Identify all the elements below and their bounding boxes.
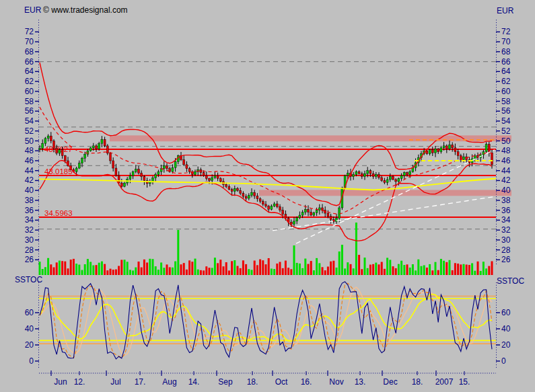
- candle-body: [231, 190, 233, 192]
- volume-bar: [468, 265, 470, 275]
- candle-body: [299, 215, 301, 218]
- right-axis-tick-label: 42: [501, 175, 511, 185]
- time-axis-label: Sep: [218, 377, 233, 387]
- volume-bar: [378, 264, 380, 275]
- candle-body: [308, 209, 310, 212]
- right-axis-tick-label: 66: [501, 57, 511, 67]
- volume-bar: [112, 270, 114, 275]
- volume-bar: [415, 270, 417, 275]
- left-axis-tick-label: 42: [25, 175, 34, 185]
- candle-body: [296, 218, 298, 221]
- volume-bar: [149, 259, 151, 275]
- candle-body: [110, 153, 112, 161]
- volume-bar: [135, 268, 137, 275]
- right-axis-tick-label: 32: [501, 225, 511, 235]
- candle-body: [403, 173, 405, 175]
- candle-body: [56, 149, 58, 153]
- candle-body: [313, 212, 315, 215]
- candle-body: [491, 153, 493, 165]
- candle-body: [242, 194, 244, 196]
- candle-body: [372, 173, 374, 176]
- volume-bar: [327, 266, 329, 275]
- volume-bar: [101, 262, 103, 275]
- candle-body: [454, 148, 456, 152]
- volume-bar: [273, 269, 275, 275]
- volume-bar: [304, 259, 306, 275]
- axis-tick: [35, 41, 39, 42]
- candle-body: [378, 175, 380, 178]
- candle-body: [452, 145, 454, 147]
- volume-bar: [262, 260, 264, 275]
- volume-bar: [124, 260, 126, 275]
- volume-bar: [157, 270, 159, 275]
- volume-bar: [234, 260, 236, 275]
- volume-bar: [254, 261, 256, 275]
- axis-tick: [496, 210, 500, 210]
- volume-bar: [223, 266, 225, 275]
- candle-body: [256, 196, 258, 198]
- candle-body: [64, 156, 66, 161]
- volume-bar: [457, 264, 459, 275]
- volume-bar: [166, 264, 168, 275]
- time-axis-label: 15.: [459, 377, 470, 387]
- time-axis-label: 18.: [412, 377, 423, 387]
- volume-bar: [248, 269, 250, 275]
- candle-body: [318, 208, 320, 210]
- volume-bar: [106, 270, 108, 275]
- axis-tick: [35, 120, 39, 121]
- left-axis-tick-label: 56: [25, 106, 34, 116]
- axis-tick: [35, 249, 39, 250]
- volume-bar: [172, 268, 174, 275]
- time-axis-label: 2007: [435, 377, 454, 387]
- candle-body: [293, 221, 295, 224]
- volume-bar: [70, 260, 72, 275]
- volume-bar: [231, 261, 233, 275]
- volume-bar: [251, 270, 253, 275]
- volume-bar: [474, 271, 476, 275]
- time-axis-label: Dec: [383, 377, 397, 387]
- candle-body: [44, 139, 46, 143]
- time-axis-label: Nov: [329, 377, 343, 387]
- volume-bar: [129, 270, 131, 275]
- volume-bar: [203, 270, 205, 275]
- left-axis-tick-label: 62: [25, 77, 34, 86]
- candle-body: [406, 173, 408, 175]
- axis-tick: [35, 344, 39, 345]
- volume-bar: [344, 268, 346, 275]
- volume-bar: [96, 265, 98, 275]
- volume-bar: [118, 266, 120, 275]
- candle-body: [129, 175, 131, 179]
- candle-body: [155, 175, 157, 178]
- right-axis-tick-label: 50: [501, 136, 511, 146]
- candle-body: [183, 160, 185, 165]
- volume-bar: [50, 264, 52, 275]
- candle-body: [78, 163, 80, 168]
- candle-body: [118, 175, 120, 183]
- left-axis-tick-label: 34: [25, 215, 34, 225]
- volume-bar: [445, 262, 448, 275]
- sstoc-right-tick-label: 20: [501, 340, 511, 350]
- volume-bar: [392, 266, 394, 275]
- volume-bar: [395, 268, 397, 275]
- time-axis-label: 17.: [135, 377, 146, 387]
- candle-body: [322, 208, 324, 210]
- left-axis-tick-label: 54: [25, 116, 34, 126]
- axis-tick: [35, 210, 39, 210]
- volume-bar: [242, 260, 244, 275]
- time-axis-label: Oct: [275, 377, 288, 387]
- volume-bar: [350, 264, 352, 275]
- volume-bar: [110, 269, 112, 275]
- right-axis-tick-label: 36: [501, 206, 511, 215]
- volume-bar: [245, 264, 247, 275]
- candle-body: [98, 143, 100, 149]
- volume-bar: [276, 264, 278, 275]
- volume-bar: [290, 269, 292, 275]
- volume-bar: [81, 270, 83, 275]
- right-axis-tick-label: 68: [501, 47, 511, 56]
- right-axis-tick-label: 72: [501, 27, 511, 36]
- volume-bar: [180, 264, 182, 275]
- volume-bar: [240, 268, 242, 275]
- candle-body: [338, 208, 341, 218]
- volume-bar: [460, 264, 462, 275]
- price-chart-svg[interactable]: 48.302743.018534.59632626282830303232343…: [0, 0, 535, 392]
